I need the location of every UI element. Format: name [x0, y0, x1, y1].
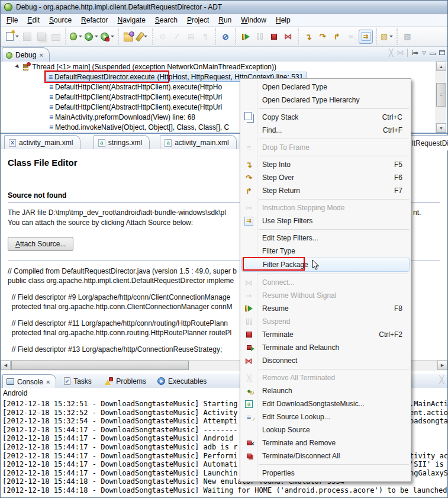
tab-activity-main-xml-2[interactable]: aactivity_main.xml	[160, 135, 236, 150]
open-task-button[interactable]	[122, 30, 135, 43]
tab-console[interactable]: Console×	[2, 374, 56, 388]
context-menu-item-filter-package[interactable]: Filter Package	[241, 258, 410, 272]
scroll-right-icon[interactable]: ▶	[437, 361, 447, 370]
minimize-icon[interactable]	[430, 53, 436, 55]
scrollbar-thumb[interactable]: ≡	[436, 83, 446, 107]
tab-tasks[interactable]: ✓Tasks	[60, 374, 98, 388]
use-step-filters-button[interactable]: ⇉	[359, 30, 373, 44]
expand-icon[interactable]: ▶	[15, 63, 21, 70]
disconnect-icon[interactable]: ⋈	[397, 49, 404, 56]
view-menu-icon[interactable]: ▽	[422, 50, 426, 56]
pin-editor-button[interactable]: ⊙	[156, 30, 169, 43]
context-menu-item-drop-to-frame[interactable]: ≡↓Drop To Frame	[240, 141, 411, 154]
context-menu-item-edit-step-filters[interactable]: Edit Step Filters...	[240, 232, 411, 245]
debug-tree-scrollbar[interactable]: ▲≡▼	[436, 62, 446, 133]
context-menu-item-disconnect[interactable]: ⋈Disconnect	[240, 354, 411, 367]
debug-dropdown-icon[interactable]	[79, 36, 82, 37]
menu-refactor[interactable]: Refactor	[76, 14, 112, 26]
context-menu-item-step-over[interactable]: ↷Step OverF6	[240, 171, 411, 184]
scrollbar-thumb[interactable]	[11, 361, 189, 370]
scroll-left-icon[interactable]: ◀	[1, 361, 11, 370]
context-menu-item-suspend[interactable]: Suspend	[240, 315, 411, 328]
save-button[interactable]	[21, 30, 34, 43]
drop-to-frame-button[interactable]: ≡↓	[344, 30, 357, 43]
menu-search[interactable]: Search	[150, 14, 182, 26]
context-menu-item-step-into[interactable]: ↴Step IntoF5	[240, 158, 411, 171]
run-button[interactable]	[84, 30, 99, 43]
remove-launch-icon[interactable]: ╳	[440, 376, 444, 383]
resume-button[interactable]	[239, 30, 252, 43]
menu-edit[interactable]: Edit	[22, 14, 44, 26]
run-dropdown-icon[interactable]	[95, 36, 98, 37]
context-menu-item-open-declared-type-hierarchy[interactable]: Open Declared Type Hierarchy	[240, 94, 411, 107]
remove-all-terminated-icon[interactable]: ╳	[389, 49, 393, 56]
suspend-button[interactable]	[253, 30, 266, 43]
tab-debug[interactable]: Debug ×	[2, 47, 50, 62]
step-return-button[interactable]: ↱	[330, 30, 343, 43]
tab-executables[interactable]: Executables	[154, 374, 212, 388]
print-button[interactable]	[49, 30, 62, 43]
new-wizard-button[interactable]: ✱	[5, 30, 20, 43]
context-menu-item-edit-downloadsongtastemusic[interactable]: aEdit DownloadSongtasteMusic...	[240, 397, 411, 410]
debug-button[interactable]	[69, 30, 83, 43]
step-over-button[interactable]: ↷	[316, 30, 329, 43]
search-button[interactable]	[136, 30, 149, 43]
menu-project[interactable]: Project	[182, 14, 214, 26]
new-wizard-dropdown-icon[interactable]	[15, 36, 19, 37]
mark-occurrences-button[interactable]: ▧	[380, 30, 394, 43]
thread-row[interactable]: ▶Thread [<1> main] (Suspended (exception…	[1, 62, 447, 72]
tab-strings-xml-1[interactable]: astrings.xml	[94, 135, 150, 150]
run-external-tools-dropdown-icon[interactable]	[111, 36, 114, 37]
last-edit-location-button[interactable]: ▤	[185, 30, 198, 43]
context-menu-item-resume-without-signal[interactable]: ⇢Resume Without Signal	[240, 289, 411, 302]
tab-activity-main-xml-0[interactable]: Xactivity_main.xml	[4, 135, 80, 150]
mark-occurrences-dropdown-icon[interactable]	[389, 36, 393, 37]
context-menu-item-properties[interactable]: Properties	[240, 467, 411, 480]
tab-problems[interactable]: Problems	[101, 374, 152, 388]
context-menu-item-use-step-filters[interactable]: ⇉Use Step Filters	[240, 214, 411, 227]
close-icon[interactable]: ×	[46, 378, 50, 385]
attach-source-button[interactable]: Attach Source...	[8, 237, 73, 251]
menu-navigate[interactable]: Navigate	[112, 14, 150, 26]
run-external-tools-button[interactable]	[100, 30, 115, 43]
menu-window[interactable]: Window	[236, 14, 271, 26]
context-menu-item-relaunch[interactable]: ●↻Relaunch	[240, 384, 411, 397]
context-menu-item-instruction-stepping-mode[interactable]: i⇒Instruction Stepping Mode	[240, 201, 411, 214]
context-menu-item-filter-type[interactable]: Filter Type	[240, 245, 411, 258]
tab-defaultrequestdirector-partial[interactable]: ltRequestDi	[409, 135, 448, 150]
debug-view-header: Debug × ╳ ⋈ i⇒ ▽	[1, 47, 447, 62]
clipped-button-button[interactable]: ▧	[401, 30, 414, 43]
context-menu-item-remove-all-terminated[interactable]: ╳Remove All Terminated	[240, 371, 411, 384]
context-menu-item-connect[interactable]: ⋈Connect...	[240, 276, 411, 289]
show-whitespace-button[interactable]: ¶	[199, 30, 212, 43]
instruction-stepping-icon[interactable]: i⇒	[411, 50, 418, 56]
scroll-down-icon[interactable]: ▼	[436, 123, 446, 133]
save-all-button[interactable]	[35, 30, 48, 43]
context-menu-item-terminate-disconnect-all[interactable]: Terminate/Disconnect All	[240, 449, 411, 462]
context-menu-item-resume[interactable]: ResumeF8	[240, 302, 411, 315]
context-menu-item-terminate-and-relaunch[interactable]: Terminate and Relaunch	[240, 341, 411, 354]
menu-run[interactable]: Run	[214, 14, 236, 26]
context-menu-item-edit-source-lookup[interactable]: ≡∕Edit Source Lookup...	[240, 410, 411, 423]
context-menu-item-step-return[interactable]: ↱Step ReturnF7	[240, 184, 411, 197]
context-menu-item-terminate-and-remove[interactable]: ×Terminate and Remove	[240, 436, 411, 449]
scroll-up-icon[interactable]: ▲	[436, 62, 446, 71]
floppy-icon	[23, 33, 31, 41]
skip-all-breakpoints-button[interactable]: ⊘	[219, 30, 232, 43]
disconnect-button[interactable]: ⋈	[282, 30, 295, 43]
step-into-button[interactable]: ↴	[302, 30, 315, 43]
menu-help[interactable]: Help	[271, 14, 295, 26]
context-menu-item-lookup-source[interactable]: Lookup Source	[240, 423, 411, 436]
context-menu-item-terminate[interactable]: TerminateCtrl+F2	[240, 328, 411, 341]
maximize-icon[interactable]	[439, 50, 445, 55]
menu-source[interactable]: Source	[44, 14, 76, 26]
context-menu-item-copy-stack[interactable]: Copy StackCtrl+C	[240, 111, 411, 124]
terminate-button[interactable]	[267, 30, 281, 43]
debug-view-toolbar: ╳ ⋈ i⇒ ▽	[389, 49, 445, 57]
context-menu-item-find[interactable]: Find...Ctrl+F	[240, 124, 411, 137]
menu-file[interactable]: File	[2, 14, 22, 26]
search-dropdown-icon[interactable]	[144, 36, 147, 37]
close-icon[interactable]: ×	[39, 52, 43, 59]
next-annotation-button[interactable]: ∕	[170, 30, 183, 43]
context-menu-item-open-declared-type[interactable]: Open Declared Type	[240, 81, 411, 94]
